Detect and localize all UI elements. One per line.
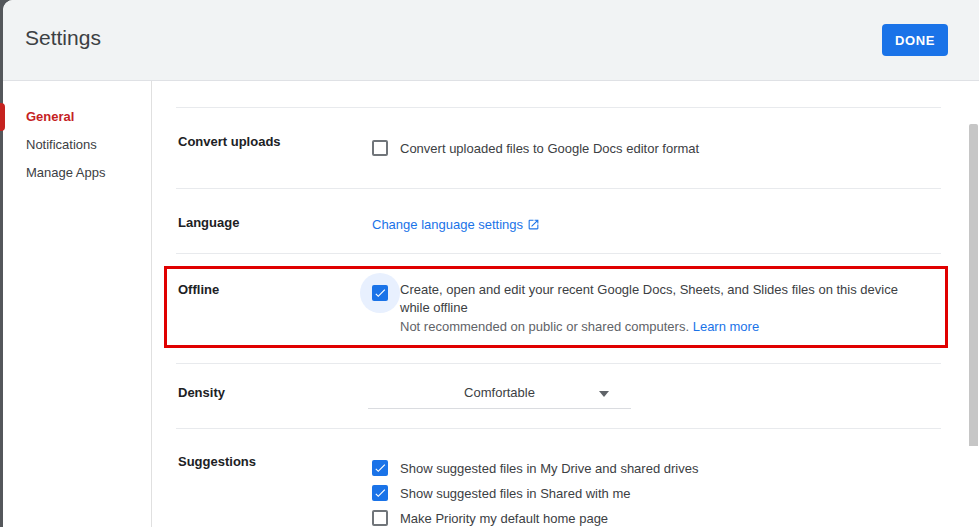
section-divider xyxy=(176,107,941,108)
settings-dialog: Settings DONE General Notifications Mana… xyxy=(3,0,979,527)
learn-more-link[interactable]: Learn more xyxy=(693,319,759,334)
offline-label: Offline xyxy=(178,282,219,297)
checkmark-icon xyxy=(373,486,387,500)
section-divider xyxy=(176,188,941,189)
settings-sidebar: General Notifications Manage Apps xyxy=(3,81,152,527)
dialog-header: Settings DONE xyxy=(3,0,979,81)
done-button[interactable]: DONE xyxy=(882,24,948,56)
vertical-scrollbar[interactable] xyxy=(969,124,978,446)
page-title: Settings xyxy=(25,26,101,50)
density-dropdown[interactable]: Comfortable xyxy=(368,379,631,409)
checkmark-icon xyxy=(373,461,387,475)
offline-note-text: Not recommended on public or shared comp… xyxy=(400,319,689,334)
convert-uploads-checkbox-label: Convert uploaded files to Google Docs ed… xyxy=(400,141,699,156)
offline-note: Not recommended on public or shared comp… xyxy=(400,319,759,334)
density-selected-value: Comfortable xyxy=(464,385,535,400)
chevron-down-icon xyxy=(599,391,609,397)
suggestions-label: Suggestions xyxy=(178,454,256,469)
sidebar-item-manage-apps[interactable]: Manage Apps xyxy=(3,159,151,187)
sidebar-item-general[interactable]: General xyxy=(3,103,151,131)
suggestions-mydrive-label: Show suggested files in My Drive and sha… xyxy=(400,461,698,476)
sidebar-item-notifications[interactable]: Notifications xyxy=(3,131,151,159)
suggestions-sharedwithme-label: Show suggested files in Shared with me xyxy=(400,486,631,501)
section-divider xyxy=(176,428,941,429)
settings-content: Convert uploads Convert uploaded files t… xyxy=(153,81,979,527)
external-link-icon xyxy=(523,215,540,232)
density-label: Density xyxy=(178,385,225,400)
offline-checkbox-label: Create, open and edit your recent Google… xyxy=(400,281,930,317)
offline-checkbox[interactable] xyxy=(372,285,388,301)
checkmark-icon xyxy=(373,286,387,300)
suggestions-priority-checkbox[interactable] xyxy=(372,510,388,526)
language-label: Language xyxy=(178,215,239,230)
suggestions-mydrive-checkbox[interactable] xyxy=(372,460,388,476)
section-divider xyxy=(176,363,941,364)
convert-uploads-checkbox[interactable] xyxy=(372,140,388,156)
active-section-indicator xyxy=(0,103,5,131)
change-language-link[interactable]: Change language settings xyxy=(372,217,523,232)
suggestions-priority-label: Make Priority my default home page xyxy=(400,511,608,526)
suggestions-sharedwithme-checkbox[interactable] xyxy=(372,485,388,501)
section-divider xyxy=(176,253,941,254)
convert-uploads-label: Convert uploads xyxy=(178,134,281,149)
